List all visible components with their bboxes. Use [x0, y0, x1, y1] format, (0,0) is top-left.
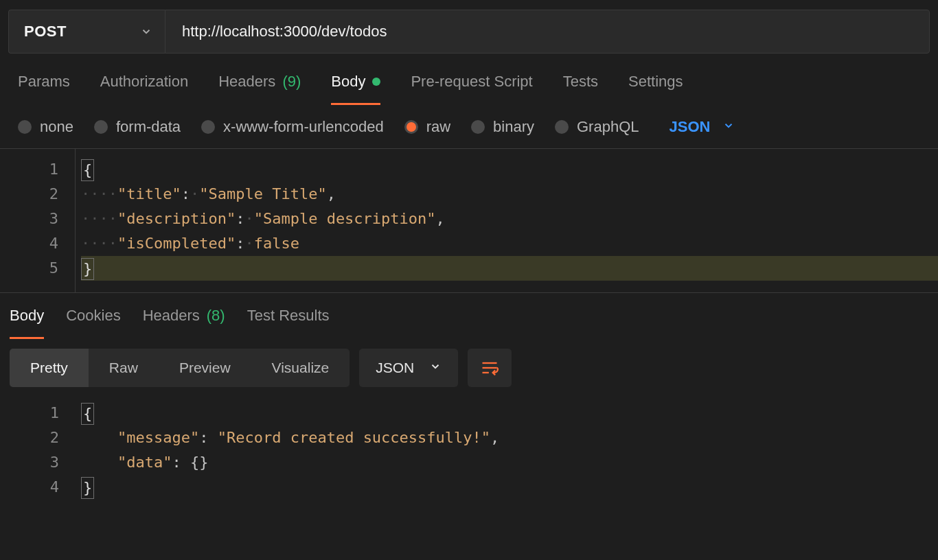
tab-prerequest[interactable]: Pre-request Script: [411, 73, 532, 105]
code-line: "data": {}: [81, 450, 938, 475]
body-type-graphql[interactable]: GraphQL: [555, 118, 639, 136]
code-line: "message": "Record created successfully!…: [81, 425, 938, 450]
code-area[interactable]: { ····"title":·"Sample Title", ····"desc…: [76, 149, 938, 292]
view-pretty[interactable]: Pretty: [10, 349, 89, 387]
code-line: }: [81, 475, 938, 500]
view-preview[interactable]: Preview: [159, 349, 251, 387]
code-area: { "message": "Record created successfull…: [76, 393, 938, 508]
response-tab-body[interactable]: Body: [10, 307, 44, 339]
body-type-urlencoded[interactable]: x-www-form-urlencoded: [201, 118, 384, 136]
tab-params[interactable]: Params: [18, 73, 70, 105]
line-gutter: 1 2 3 4: [0, 393, 76, 508]
code-line: {: [81, 157, 938, 182]
code-line: ····"description":·"Sample description",: [81, 207, 938, 231]
chevron-down-icon: [429, 360, 442, 376]
response-tab-test-results[interactable]: Test Results: [247, 307, 330, 339]
radio-icon: [471, 120, 485, 134]
body-type-raw[interactable]: raw: [404, 118, 450, 136]
tab-settings[interactable]: Settings: [628, 73, 683, 105]
response-view-switch: Pretty Raw Preview Visualize: [10, 349, 350, 387]
wrap-icon: [480, 358, 499, 377]
view-raw[interactable]: Raw: [89, 349, 159, 387]
response-toolbar: Pretty Raw Preview Visualize JSON: [0, 339, 938, 387]
code-line: {: [81, 401, 938, 425]
radio-icon: [555, 120, 569, 134]
response-tab-headers[interactable]: Headers (8): [143, 307, 225, 339]
wrap-lines-button[interactable]: [468, 349, 512, 387]
headers-count: (9): [282, 73, 301, 91]
request-tabs: Params Authorization Headers (9) Body Pr…: [0, 54, 938, 106]
response-tab-cookies[interactable]: Cookies: [66, 307, 120, 339]
response-headers-count: (8): [207, 307, 225, 325]
view-visualize[interactable]: Visualize: [251, 349, 350, 387]
line-gutter: 1 2 3 4 5: [0, 149, 76, 292]
body-status-dot-icon: [372, 78, 380, 86]
response-tabs: Body Cookies Headers (8) Test Results: [0, 293, 938, 339]
response-format-select[interactable]: JSON: [359, 349, 458, 387]
raw-format-select[interactable]: JSON: [670, 118, 735, 136]
response-body-viewer[interactable]: 1 2 3 4 { "message": "Record created suc…: [0, 393, 938, 508]
radio-icon: [94, 120, 108, 134]
chevron-down-icon: [722, 118, 735, 136]
tab-body[interactable]: Body: [331, 73, 380, 105]
tab-headers[interactable]: Headers (9): [218, 73, 301, 105]
chevron-down-icon: [140, 25, 152, 38]
tab-tests[interactable]: Tests: [563, 73, 598, 105]
body-type-row: none form-data x-www-form-urlencoded raw…: [0, 106, 938, 149]
radio-icon: [18, 120, 32, 134]
request-url-input[interactable]: [165, 10, 930, 54]
tab-authorization[interactable]: Authorization: [100, 73, 188, 105]
body-type-form-data[interactable]: form-data: [94, 118, 181, 136]
radio-selected-icon: [404, 120, 418, 134]
code-line: ····"isCompleted":·false: [81, 231, 938, 256]
http-method-label: POST: [24, 23, 67, 40]
radio-icon: [201, 120, 215, 134]
body-type-binary[interactable]: binary: [471, 118, 534, 136]
http-method-select[interactable]: POST: [8, 10, 165, 54]
code-line: }: [81, 256, 938, 281]
body-type-none[interactable]: none: [18, 118, 73, 136]
code-line: ····"title":·"Sample Title",: [81, 182, 938, 207]
request-body-editor[interactable]: 1 2 3 4 5 { ····"title":·"Sample Title",…: [0, 149, 938, 293]
